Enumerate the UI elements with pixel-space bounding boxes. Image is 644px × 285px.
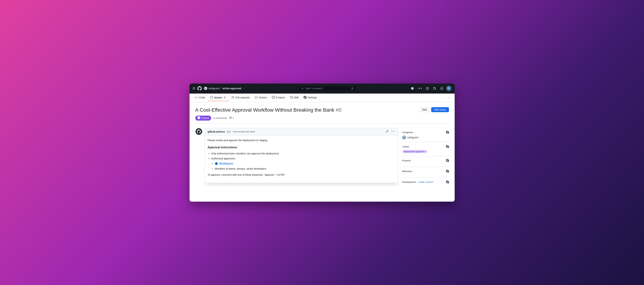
projects-icon	[272, 96, 275, 99]
chevron-down-icon: ▾	[421, 87, 422, 90]
comment-section-title: Approval Instructions	[208, 145, 395, 150]
timer-icon[interactable]	[424, 85, 430, 91]
sidebar-assignees: Assignees sohag-pro	[402, 128, 449, 142]
edit-button[interactable]: Edit	[419, 107, 430, 112]
comment-sub-bullet-2: Members of teams: devops, senior-develop…	[215, 167, 395, 171]
label-item: deployment-approval ×	[402, 150, 427, 153]
comment-sub-bullets: 🔵@sohag-pro Members of teams: devops, se…	[211, 162, 395, 171]
comment-bullets: Only authorized team members can approve…	[208, 152, 395, 171]
copilot-button[interactable]	[410, 85, 415, 91]
issue-title: A Cost-Effective Approval Workflow Witho…	[195, 106, 416, 113]
comment-footer	[205, 182, 398, 186]
milestone-gear-icon[interactable]	[446, 170, 449, 173]
label-remove-button[interactable]: ×	[424, 150, 426, 153]
sidebar-milestone: Milestone	[402, 167, 449, 178]
more-options-button[interactable]: ···	[446, 95, 452, 101]
label-item-wrapper: deployment-approval ×	[402, 150, 449, 153]
issues-badge: 1	[223, 96, 226, 99]
issue-actions: Edit New issue	[419, 106, 449, 112]
issue-header: A Cost-Effective Approval Workflow Witho…	[195, 106, 449, 113]
labels-gear-icon[interactable]	[446, 145, 449, 148]
label-name: deployment-approval	[404, 150, 424, 153]
pull-request-tab-icon	[232, 96, 234, 99]
projects-title: Projects	[402, 159, 411, 162]
status-badge: Closed	[195, 116, 212, 121]
comment-bullet-2: Authorized approvers: 🔵@sohag-pro Member…	[211, 157, 395, 171]
issue-sidebar: Assignees sohag-pro	[402, 128, 449, 188]
assignees-gear-icon[interactable]	[446, 131, 449, 134]
check-circle-icon	[198, 116, 200, 120]
comment-bullet-1: Only authorized team members can approve…	[211, 152, 395, 155]
search-area: Type / to search /	[248, 86, 407, 91]
comment-actions	[385, 130, 395, 134]
sidebar-labels-header: Labels	[402, 145, 449, 148]
development-gear-icon[interactable]	[446, 181, 449, 184]
sidebar-labels: Labels deployment-approval ×	[402, 142, 449, 156]
top-navigation: sohag-pro / action-approval ✓ Type / to …	[190, 83, 455, 94]
comment-header: github-actions bot commented last week	[205, 128, 398, 135]
sidebar-development: Development – create a branch	[402, 178, 449, 188]
mention-link[interactable]: @sohag-pro	[218, 162, 234, 165]
sidebar-projects-header: Projects	[402, 159, 449, 162]
comment-wrapper: github-actions bot commented last week	[195, 128, 398, 186]
tab-wiki[interactable]: Wiki	[288, 94, 301, 101]
assignee-avatar	[402, 136, 406, 139]
settings-icon	[304, 96, 306, 99]
comment-footer-text: To approve, comment with one of these ke…	[208, 173, 395, 177]
pull-request-icon[interactable]	[432, 85, 438, 91]
comment-sub-bullet-1: 🔵@sohag-pro	[215, 162, 395, 166]
notification-dot	[443, 86, 444, 87]
assignee-name[interactable]: sohag-pro	[407, 136, 419, 139]
projects-gear-icon[interactable]	[446, 159, 449, 162]
new-issue-button[interactable]: New issue	[431, 107, 449, 112]
user-avatar[interactable]: S	[446, 85, 452, 91]
bot-badge: bot	[226, 130, 231, 133]
issue-meta: Closed 4 comments ▾	[195, 116, 449, 124]
notifications-bell-icon[interactable]	[439, 85, 444, 91]
create-branch-link[interactable]: create a branch	[418, 181, 433, 183]
development-dash: –	[416, 181, 418, 183]
eye-icon	[229, 116, 232, 120]
tab-issues[interactable]: Issues 1	[208, 94, 228, 101]
create-new-button[interactable]: ▾	[417, 86, 423, 90]
development-section-label: Development – create a branch	[402, 181, 433, 183]
search-placeholder: Type / to search	[305, 87, 350, 90]
nav-icon-group: ▾ S	[410, 85, 452, 91]
more-comment-actions-icon[interactable]	[391, 130, 395, 134]
breadcrumb-separator: /	[221, 87, 222, 90]
issue-body-layout: github-actions bot commented last week	[195, 128, 449, 188]
milestone-title: Milestone	[402, 170, 412, 173]
repository-tabs: </> Code Issues 1 Pull requests	[190, 94, 455, 102]
issues-icon	[210, 96, 213, 99]
comment-author-name[interactable]: github-actions	[208, 130, 225, 133]
org-name[interactable]: sohag-pro	[208, 87, 220, 90]
tab-pull-requests[interactable]: Pull requests	[229, 94, 252, 101]
assignee-item: sohag-pro	[402, 136, 449, 139]
github-logo[interactable]	[198, 86, 202, 90]
tab-projects[interactable]: Projects	[270, 94, 287, 101]
comment-box: github-actions bot commented last week	[204, 128, 398, 186]
code-icon: </>	[194, 96, 198, 99]
comment-author-avatar	[195, 128, 202, 135]
comment-scrollbar[interactable]	[208, 184, 395, 184]
issue-number: #0	[336, 107, 341, 113]
sidebar-projects: Projects	[402, 156, 449, 167]
search-input[interactable]: Type / to search /	[298, 86, 356, 91]
edit-comment-icon[interactable]	[385, 130, 389, 134]
breadcrumb: sohag-pro / action-approval ✓	[204, 87, 245, 90]
comment-body: Please review and approve the deployment…	[205, 135, 398, 182]
verified-check-icon: ✓	[243, 87, 245, 90]
tab-code[interactable]: </> Code	[192, 95, 208, 101]
issue-thread: github-actions bot commented last week	[195, 128, 398, 186]
hamburger-menu-button[interactable]	[192, 87, 195, 90]
watch-button[interactable]: ▾	[229, 116, 234, 120]
comment-intro: Please review and approve the deployment…	[208, 138, 395, 142]
assignees-title: Assignees	[402, 131, 413, 134]
tab-actions[interactable]: Actions	[252, 94, 269, 101]
chevron-down-icon: ▾	[233, 117, 234, 119]
tab-settings[interactable]: Settings	[302, 94, 319, 101]
wiki-icon	[290, 96, 293, 99]
repo-name[interactable]: action-approval	[222, 87, 241, 90]
search-icon	[301, 87, 304, 90]
search-kbd-shortcut: /	[351, 87, 354, 90]
